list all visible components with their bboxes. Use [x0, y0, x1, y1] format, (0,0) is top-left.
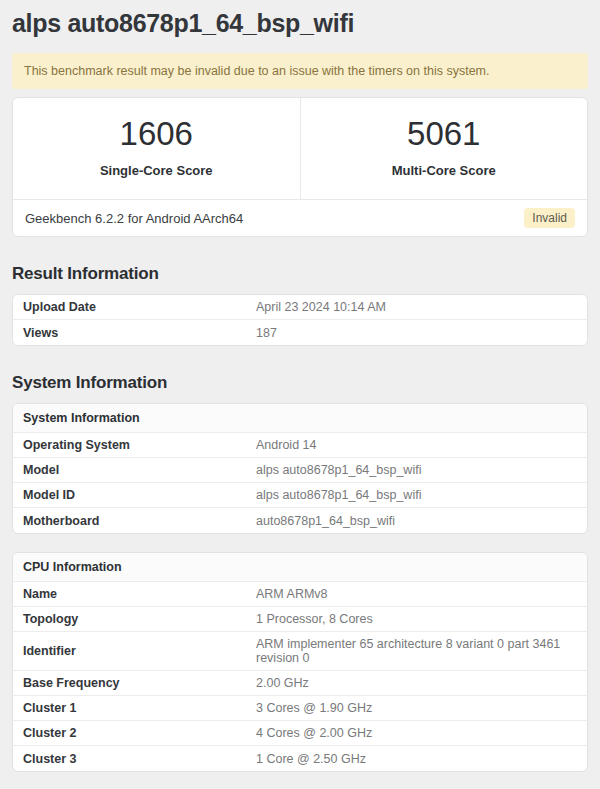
row-value: 3 Cores @ 1.90 GHz	[256, 701, 577, 715]
row-value: 4 Cores @ 2.00 GHz	[256, 726, 577, 740]
multi-core-score-cell: 5061 Multi-Core Score	[301, 98, 588, 199]
row-label: Model	[23, 463, 256, 477]
invalid-status-badge: Invalid	[524, 208, 575, 228]
table-row: Operating System Android 14	[13, 433, 587, 458]
score-row: 1606 Single-Core Score 5061 Multi-Core S…	[13, 98, 587, 199]
row-label: Identifier	[23, 644, 256, 658]
row-value: alps auto8678p1_64_bsp_wifi	[256, 488, 577, 502]
row-label: Operating System	[23, 438, 256, 452]
row-label: Views	[23, 326, 256, 340]
invalid-timers-warning-banner: This benchmark result may be invalid due…	[12, 53, 588, 89]
row-value: 2.00 GHz	[256, 676, 577, 690]
row-value: auto8678p1_64_bsp_wifi	[256, 514, 577, 528]
table-row: Base Frequency 2.00 GHz	[13, 671, 587, 696]
table-row: Cluster 3 1 Core @ 2.50 GHz	[13, 746, 587, 771]
score-card-footer: Geekbench 6.2.2 for Android AArch64 Inva…	[13, 199, 587, 236]
row-value: ARM ARMv8	[256, 587, 577, 601]
row-value: alps auto8678p1_64_bsp_wifi	[256, 463, 577, 477]
system-information-table: System Information Operating System Andr…	[12, 403, 588, 534]
score-card: 1606 Single-Core Score 5061 Multi-Core S…	[12, 97, 588, 237]
row-label: Cluster 3	[23, 752, 256, 766]
multi-core-score-value: 5061	[301, 115, 588, 153]
page-title: alps auto8678p1_64_bsp_wifi	[12, 9, 588, 38]
table-row: Model alps auto8678p1_64_bsp_wifi	[13, 458, 587, 483]
row-label: Topology	[23, 612, 256, 626]
warning-text: This benchmark result may be invalid due…	[24, 64, 489, 78]
result-information-table: Upload Date April 23 2024 10:14 AM Views…	[12, 294, 588, 346]
single-core-score-label: Single-Core Score	[13, 163, 300, 178]
table-row: Cluster 1 3 Cores @ 1.90 GHz	[13, 696, 587, 721]
row-value: 1 Processor, 8 Cores	[256, 612, 577, 626]
table-row: Motherboard auto8678p1_64_bsp_wifi	[13, 508, 587, 533]
geekbench-version-text: Geekbench 6.2.2 for Android AArch64	[25, 211, 243, 226]
table-row: Cluster 2 4 Cores @ 2.00 GHz	[13, 721, 587, 746]
row-label: Cluster 2	[23, 726, 256, 740]
cpu-information-table: CPU Information Name ARM ARMv8 Topology …	[12, 552, 588, 772]
row-value: 1 Core @ 2.50 GHz	[256, 752, 577, 766]
benchmark-result-page: alps auto8678p1_64_bsp_wifi This benchma…	[0, 0, 600, 789]
table-row: Views 187	[13, 320, 587, 345]
row-value: Android 14	[256, 438, 577, 452]
result-information-heading: Result Information	[12, 264, 588, 284]
table-row: Topology 1 Processor, 8 Cores	[13, 607, 587, 632]
table-row: Model ID alps auto8678p1_64_bsp_wifi	[13, 483, 587, 508]
multi-core-score-label: Multi-Core Score	[301, 163, 588, 178]
row-value: 187	[256, 326, 577, 340]
row-label: Model ID	[23, 488, 256, 502]
row-label: Name	[23, 587, 256, 601]
table-section-header: System Information	[13, 404, 587, 433]
row-label: Motherboard	[23, 514, 256, 528]
table-row: Upload Date April 23 2024 10:14 AM	[13, 295, 587, 320]
row-label: Base Frequency	[23, 676, 256, 690]
row-value: April 23 2024 10:14 AM	[256, 300, 577, 314]
row-value: ARM implementer 65 architecture 8 varian…	[256, 637, 577, 665]
single-core-score-value: 1606	[13, 115, 300, 153]
system-information-heading: System Information	[12, 373, 588, 393]
table-section-header: CPU Information	[13, 553, 587, 582]
table-row: Identifier ARM implementer 65 architectu…	[13, 632, 587, 671]
row-label: Upload Date	[23, 300, 256, 314]
table-row: Name ARM ARMv8	[13, 582, 587, 607]
single-core-score-cell: 1606 Single-Core Score	[13, 98, 301, 199]
row-label: Cluster 1	[23, 701, 256, 715]
